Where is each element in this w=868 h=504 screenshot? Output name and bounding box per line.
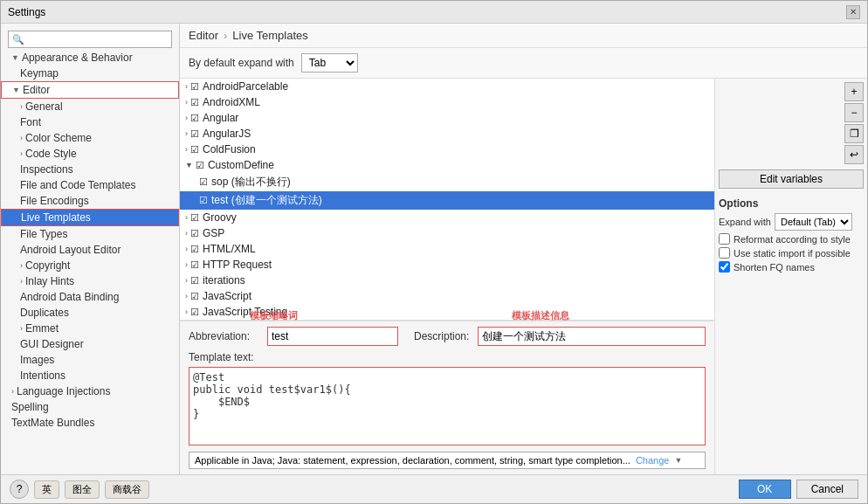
sidebar-item-font[interactable]: Font	[1, 114, 179, 130]
sidebar-item-label: Code Style	[25, 148, 77, 160]
group-label: GSP	[203, 227, 224, 239]
group-label: CustomDefine	[208, 159, 274, 171]
close-btn[interactable]: ✕	[846, 5, 860, 19]
sidebar-item-file-types[interactable]: File Types	[1, 226, 179, 242]
group-label: JavaScript	[203, 290, 251, 302]
group-gsp[interactable]: › ☑ GSP	[180, 225, 714, 241]
sidebar-item-images[interactable]: Images	[1, 352, 179, 368]
edit-variables-button[interactable]: Edit variables	[719, 169, 864, 189]
group-checkbox[interactable]: ☑	[196, 160, 204, 171]
sidebar-item-keymap[interactable]: Keymap	[1, 66, 179, 81]
group-html-xml[interactable]: › ☑ HTML/XML	[180, 241, 714, 257]
sidebar-item-gui-designer[interactable]: GUI Designer	[1, 336, 179, 352]
group-checkbox[interactable]: ☑	[190, 228, 199, 239]
group-arrow: ›	[185, 145, 188, 154]
expand-with-select[interactable]: Default (Tab)	[775, 213, 852, 231]
group-checkbox[interactable]: ☑	[190, 291, 199, 302]
group-angular[interactable]: › ☑ Angular	[180, 110, 714, 126]
cancel-button[interactable]: Cancel	[796, 480, 858, 499]
sidebar-item-android-layout[interactable]: Android Layout Editor	[1, 242, 179, 258]
group-coldfusion[interactable]: › ☑ ColdFusion	[180, 142, 714, 157]
form-area: 模板缩略词 模板描述信息 Abbreviation: Description: …	[180, 321, 714, 474]
template-item-sop[interactable]: ☑ sop (输出不换行)	[180, 173, 714, 191]
sidebar-item-label: File and Code Templates	[20, 179, 136, 191]
group-label: HTML/XML	[203, 243, 256, 255]
sidebar-item-emmet[interactable]: › Emmet	[1, 321, 179, 336]
group-checkbox[interactable]: ☑	[190, 307, 199, 318]
sidebar-item-label: TextMate Bundles	[11, 417, 94, 429]
sidebar-item-textmate[interactable]: TextMate Bundles	[1, 415, 179, 431]
item-checkbox[interactable]: ☑	[199, 176, 208, 188]
abbreviation-input[interactable]	[267, 327, 398, 346]
static-import-row: Use static import if possible	[719, 247, 864, 259]
group-checkbox[interactable]: ☑	[190, 259, 199, 271]
template-text-input[interactable]: @Test public void test$var1$(){ $END$ }	[189, 367, 706, 445]
sidebar-item-duplicates[interactable]: Duplicates	[1, 305, 179, 321]
description-input[interactable]	[478, 327, 706, 346]
group-checkbox[interactable]: ☑	[190, 81, 199, 93]
sidebar-item-spelling[interactable]: Spelling	[1, 399, 179, 415]
remove-template-btn[interactable]: −	[844, 103, 864, 122]
right-panel-buttons: + − ❐ ↩	[719, 82, 864, 164]
undo-btn[interactable]: ↩	[844, 145, 864, 164]
group-angularjs[interactable]: › ☑ AngularJS	[180, 126, 714, 142]
group-checkbox[interactable]: ☑	[190, 113, 199, 124]
sidebar-item-file-encodings[interactable]: File Encodings	[1, 193, 179, 209]
template-item-test[interactable]: ☑ test (创建一个测试方法)	[180, 191, 714, 210]
shorten-fq-checkbox[interactable]	[719, 261, 730, 273]
expand-with-label: Expand with	[719, 217, 771, 227]
group-label: HTTP Request	[203, 259, 272, 271]
sidebar-item-color-scheme[interactable]: › Color Scheme	[1, 130, 179, 146]
sidebar-item-general[interactable]: › General	[1, 99, 179, 114]
sidebar-item-label: Font	[20, 116, 41, 128]
group-android-xml[interactable]: › ☑ AndroidXML	[180, 94, 714, 110]
group-android-parcelable[interactable]: › ☑ AndroidParcelable	[180, 79, 714, 94]
sidebar-item-label: Intentions	[20, 369, 65, 382]
group-checkbox[interactable]: ☑	[190, 212, 199, 224]
group-iterations[interactable]: › ☑ iterations	[180, 273, 714, 288]
sidebar-item-editor[interactable]: ▼ Editor	[1, 81, 179, 99]
breadcrumb-sep: ›	[224, 29, 227, 42]
static-import-checkbox[interactable]	[719, 247, 730, 259]
sidebar-item-inlay-hints[interactable]: › Inlay Hints	[1, 273, 179, 289]
group-checkbox[interactable]: ☑	[190, 144, 199, 155]
sidebar-item-file-code-templates[interactable]: File and Code Templates	[1, 177, 179, 193]
sidebar-item-inspections[interactable]: Inspections	[1, 162, 179, 177]
expand-with-row: Expand with Default (Tab)	[719, 213, 864, 231]
sidebar-item-android-data[interactable]: Android Data Binding	[1, 289, 179, 305]
sidebar-item-copyright[interactable]: › Copyright	[1, 258, 179, 273]
sidebar-item-live-templates[interactable]: Live Templates	[1, 209, 179, 226]
group-label: Angular	[203, 112, 238, 124]
sidebar-item-label: Inlay Hints	[25, 275, 74, 287]
group-checkbox[interactable]: ☑	[190, 275, 199, 287]
sidebar-item-label: Inspections	[20, 163, 73, 176]
sidebar-item-appearance[interactable]: ▼ Appearance & Behavior	[1, 50, 179, 66]
copy-template-btn[interactable]: ❐	[844, 124, 864, 143]
group-arrow: ›	[185, 213, 188, 222]
group-checkbox[interactable]: ☑	[190, 97, 199, 108]
item-checkbox[interactable]: ☑	[199, 195, 208, 206]
main-content: ▼ Appearance & Behavior Keymap ▼ Editor …	[1, 24, 867, 474]
group-http-request[interactable]: › ☑ HTTP Request	[180, 257, 714, 273]
group-custom-define[interactable]: ▼ ☑ CustomDefine	[180, 157, 714, 173]
search-input[interactable]	[8, 31, 172, 48]
ok-button[interactable]: OK	[739, 480, 791, 499]
title-bar-left: Settings	[8, 6, 45, 18]
change-link[interactable]: Change	[636, 455, 670, 466]
sidebar-item-intentions[interactable]: Intentions	[1, 368, 179, 383]
sidebar-item-language-injections[interactable]: › Language Injections	[1, 383, 179, 399]
help-btn[interactable]: ?	[10, 480, 29, 499]
group-javascript[interactable]: › ☑ JavaScript	[180, 288, 714, 304]
right-panel: + − ❐ ↩ Edit variables	[714, 79, 867, 474]
group-groovy[interactable]: › ☑ Groovy	[180, 210, 714, 225]
expand-select[interactable]: Tab Enter Space	[301, 53, 358, 72]
group-arrow: ›	[185, 245, 188, 253]
group-checkbox[interactable]: ☑	[190, 244, 199, 255]
sidebar-item-code-style[interactable]: › Code Style	[1, 146, 179, 162]
group-label: ColdFusion	[203, 143, 256, 155]
add-template-btn[interactable]: +	[844, 82, 864, 101]
reformat-row: Reformat according to style	[719, 233, 864, 245]
reformat-checkbox[interactable]	[719, 233, 730, 245]
group-checkbox[interactable]: ☑	[190, 128, 199, 140]
group-arrow: ›	[185, 98, 188, 107]
